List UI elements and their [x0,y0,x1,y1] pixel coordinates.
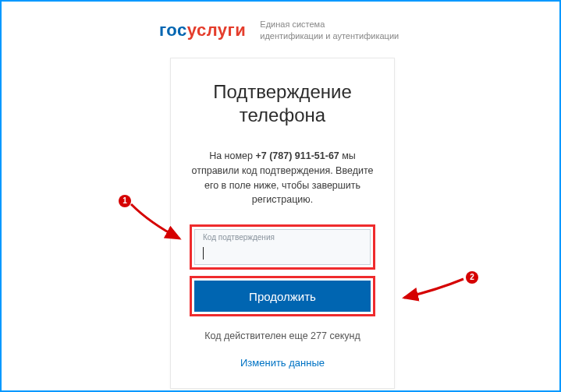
annotation-arrow-2 [398,276,468,307]
instruction-text: На номер +7 (787) 911-51-67 мы отправили… [190,149,375,207]
logo: госуслуги [159,20,246,41]
page-title: Подтверждение телефона [190,80,375,127]
change-data-link[interactable]: Изменить данные [240,357,325,369]
code-field-label: Код подтверждения [203,233,362,242]
countdown-seconds: 277 [311,330,327,341]
continue-button[interactable]: Продолжить [194,281,371,312]
logo-text-uslugi: услуги [187,20,247,40]
logo-text-gos: гос [159,20,187,40]
header-subtitle: Единая система идентификации и аутентифи… [260,19,399,42]
phone-number: +7 (787) 911-51-67 [255,150,339,161]
annotation-badge-2: 2 [466,271,478,284]
confirmation-card: Подтверждение телефона На номер +7 (787)… [170,58,395,389]
code-input[interactable] [203,242,362,258]
header: госуслуги Единая система идентификации и… [2,2,559,42]
text-caret [203,247,204,260]
code-field[interactable]: Код подтверждения [194,229,371,265]
countdown-status: Код действителен еще 277 секунд [190,330,375,341]
code-field-highlight: Код подтверждения [190,224,375,270]
annotation-badge-1: 1 [119,195,131,207]
continue-button-highlight: Продолжить [190,276,375,316]
